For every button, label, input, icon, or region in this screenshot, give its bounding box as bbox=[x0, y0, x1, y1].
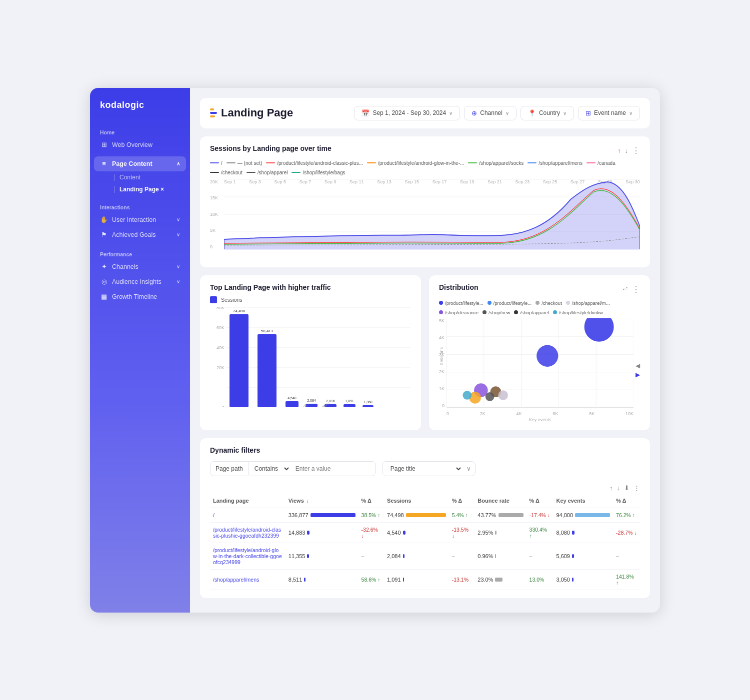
cell-sessions-pct: 5.4% ↑ bbox=[449, 508, 475, 522]
calendar-icon: 📅 bbox=[362, 109, 370, 117]
bar-legend-color bbox=[210, 296, 217, 303]
header: Landing Page 📅 Sep 1, 2024 - Sep 30, 202… bbox=[200, 98, 650, 128]
cell-bounce: 0.96% bbox=[474, 543, 526, 569]
more-table-icon[interactable]: ⋮ bbox=[634, 484, 640, 492]
legend-item-notset: — (not set) bbox=[226, 160, 262, 166]
dynamic-filters-card: Dynamic filters Page path Contains Page … bbox=[200, 438, 650, 598]
event-icon: ⊞ bbox=[586, 109, 591, 117]
svg-text:74,498: 74,498 bbox=[233, 309, 246, 313]
cell-key-events: 94,000 bbox=[553, 508, 613, 522]
bar-chart-svg: 80K 60K 40K 20K 0 74,498 58,413 bbox=[210, 307, 411, 407]
svg-point-54 bbox=[498, 390, 508, 400]
sidebar-item-achieved-goals[interactable]: ⚑ Achieved Goals ∨ bbox=[94, 227, 186, 242]
sort-down-table-icon[interactable]: ↓ bbox=[617, 484, 620, 492]
col-sessions-pct: % Δ bbox=[449, 494, 475, 508]
svg-rect-16 bbox=[230, 314, 248, 407]
sort-icon: ↓ bbox=[306, 498, 309, 504]
cell-key-pct: – bbox=[613, 543, 640, 569]
location-icon: 📍 bbox=[528, 109, 536, 117]
sort-up-icon[interactable]: ↑ bbox=[618, 147, 621, 154]
cell-sessions: 4,540 bbox=[384, 522, 449, 543]
svg-rect-28 bbox=[362, 405, 374, 407]
bubble-chart-area: 02K4K6K8K10K Key events bbox=[446, 318, 634, 422]
contains-select[interactable]: Contains bbox=[248, 462, 290, 476]
sidebar-item-page-content[interactable]: ≡ Page Content ∧ bbox=[94, 156, 186, 171]
cell-page: /shop/apparel/mens bbox=[210, 569, 286, 590]
sidebar-item-user-interaction[interactable]: ✋ User Interaction ∨ bbox=[94, 212, 186, 227]
more-options-icon[interactable]: ⋮ bbox=[632, 285, 640, 294]
page-path-label: Page path bbox=[210, 462, 248, 475]
two-col-section: Top Landing Page with higher traffic Ses… bbox=[200, 275, 650, 430]
circle-icon: ◎ bbox=[100, 278, 108, 286]
page-title-select[interactable]: Page title bbox=[382, 462, 462, 476]
logo: kodalogic bbox=[90, 100, 190, 124]
landing-page-table: Landing page Views ↓ % Δ Sessions % Δ Bo… bbox=[210, 494, 640, 590]
logo-bars-icon bbox=[210, 108, 217, 117]
sidebar-sub-content[interactable]: Content bbox=[108, 171, 186, 183]
sessions-chart-title: Sessions by Landing page over time bbox=[210, 144, 332, 152]
sidebar: kodalogic Home ⊞ Web Overview ≡ Page Con… bbox=[90, 88, 190, 613]
date-filter-button[interactable]: 📅 Sep 1, 2024 - Sep 30, 2024 ∨ bbox=[354, 106, 460, 120]
chevron-down-icon: ∨ bbox=[629, 110, 632, 116]
svg-text:80K: 80K bbox=[216, 307, 224, 310]
sort-down-icon[interactable]: ↓ bbox=[625, 147, 628, 154]
cell-page: /product/lifestyle/android-classic-plush… bbox=[210, 522, 286, 543]
value-input[interactable] bbox=[290, 462, 376, 475]
star-icon: ✦ bbox=[100, 263, 108, 271]
sidebar-item-label: Channels bbox=[112, 263, 138, 270]
svg-text:60K: 60K bbox=[216, 325, 224, 330]
cell-views: 8,511 bbox=[286, 569, 358, 590]
cell-sessions-pct: – bbox=[449, 543, 475, 569]
bubble-x-labels: 02K4K6K8K10K bbox=[446, 411, 634, 416]
filter-icon[interactable]: ⇌ bbox=[622, 285, 628, 294]
cell-bounce: 23.0% bbox=[474, 569, 526, 590]
bar-chart-card: Top Landing Page with higher traffic Ses… bbox=[200, 275, 421, 430]
sidebar-item-label: Achieved Goals bbox=[112, 231, 156, 238]
arrow-right-icon[interactable]: ▶ bbox=[636, 371, 640, 378]
svg-text:4,540: 4,540 bbox=[288, 396, 296, 400]
chevron-icon: ∨ bbox=[176, 232, 180, 237]
sidebar-item-web-overview[interactable]: ⊞ Web Overview bbox=[94, 137, 186, 152]
sessions-chart-area: 20K 15K 10K 5K 0 bbox=[210, 179, 640, 259]
cell-views: 14,883 bbox=[286, 522, 358, 543]
dist-legend-1: /product/lifestyle... bbox=[439, 300, 484, 306]
col-bounce-rate: Bounce rate bbox=[474, 494, 526, 508]
sort-up-table-icon[interactable]: ↑ bbox=[610, 484, 613, 492]
cell-bounce-pct: 13.0% bbox=[526, 569, 554, 590]
y-axis-labels: 20K 15K 10K 5K 0 bbox=[210, 179, 218, 249]
sidebar-item-growth-timeline[interactable]: ▦ Growth Timeline bbox=[94, 289, 186, 304]
cell-views: 336,877 bbox=[286, 508, 358, 522]
bar-chart-area: 80K 60K 40K 20K 0 74,498 58,413 bbox=[210, 307, 411, 407]
more-icon[interactable]: ⋮ bbox=[632, 146, 640, 155]
channel-filter-button[interactable]: ⊕ Channel ∨ bbox=[464, 106, 516, 120]
sidebar-item-channels[interactable]: ✦ Channels ∨ bbox=[94, 259, 186, 274]
col-views-pct: % Δ bbox=[358, 494, 384, 508]
sidebar-item-audience-insights[interactable]: ◎ Audience Insights ∨ bbox=[94, 274, 186, 289]
sidebar-sub-landing-page[interactable]: Landing Page × bbox=[108, 183, 186, 195]
svg-rect-26 bbox=[344, 404, 356, 407]
chevron-icon: ∨ bbox=[176, 279, 180, 284]
col-key-pct: % Δ bbox=[613, 494, 640, 508]
country-filter-button[interactable]: 📍 Country ∨ bbox=[520, 106, 574, 120]
cell-bounce: 43.77% bbox=[474, 508, 526, 522]
sidebar-item-label: Audience Insights bbox=[112, 278, 162, 285]
event-filter-label: Event name bbox=[594, 109, 626, 116]
svg-text:1,360: 1,360 bbox=[364, 400, 372, 404]
dist-legend-3: /checkout bbox=[536, 300, 562, 306]
legend-item-product2: /product/lifestyle/android-glow-in-the-.… bbox=[367, 160, 464, 166]
svg-rect-18 bbox=[258, 334, 276, 407]
col-views[interactable]: Views ↓ bbox=[286, 494, 358, 508]
sidebar-item-label: Web Overview bbox=[112, 141, 152, 148]
download-icon[interactable]: ⬇ bbox=[624, 484, 630, 492]
sessions-svg bbox=[224, 179, 640, 249]
cell-views-pct: -32.6% ↓ bbox=[358, 522, 384, 543]
country-filter-label: Country bbox=[539, 109, 560, 116]
dist-legend-7: /shop/apparel bbox=[514, 310, 549, 315]
chevron-down-icon: ∨ bbox=[449, 110, 452, 116]
event-filter-button[interactable]: ⊞ Event name ∨ bbox=[578, 106, 640, 120]
legend-item-mens: /shop/apparel/mens bbox=[528, 160, 582, 166]
cell-views: 11,355 bbox=[286, 543, 358, 569]
arrow-left-icon[interactable]: ◀ bbox=[636, 362, 640, 369]
svg-rect-20 bbox=[286, 401, 298, 407]
cell-key-pct: -28.7% ↓ bbox=[613, 522, 640, 543]
